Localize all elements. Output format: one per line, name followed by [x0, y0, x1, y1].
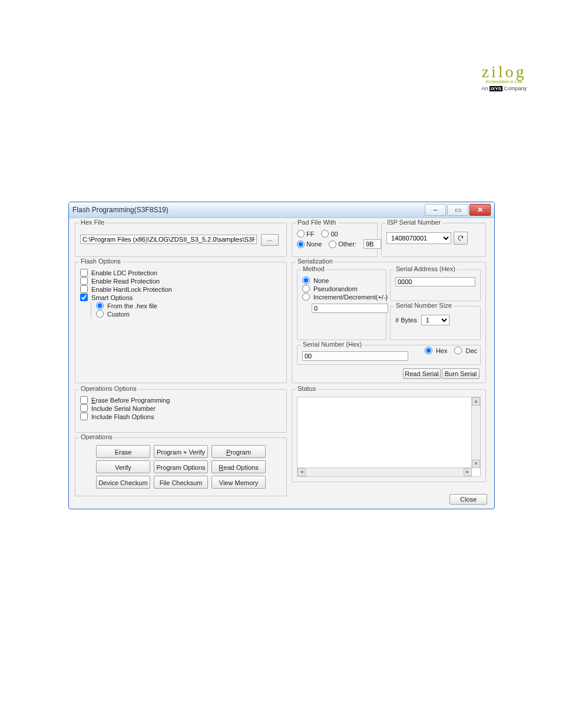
refresh-icon [457, 235, 464, 242]
smart-options-checkbox[interactable]: Smart Options [80, 294, 282, 301]
close-button[interactable]: Close [449, 494, 487, 505]
verify-button[interactable]: Verify [96, 460, 150, 473]
pad-other-radio[interactable]: Other: [329, 240, 356, 248]
status-vertical-scrollbar[interactable]: ▲ ▼ [471, 397, 480, 468]
serialization-group: Serialization Method None Pseudorandom I… [292, 262, 486, 383]
view-memory-button[interactable]: View Memory [211, 476, 266, 489]
brand-logo: zilog Embedded in Life An IXYS Company [481, 62, 527, 91]
serial-address-group: Serial Address (Hex) [390, 269, 481, 301]
serial-address-legend: Serial Address (Hex) [394, 265, 457, 272]
sn-size-label: # Bytes [395, 317, 417, 324]
pad-file-group: Pad File With FF 00 None Other: [292, 223, 378, 257]
method-group: Method None Pseudorandom Increment/Decre… [297, 269, 386, 340]
device-checksum-button[interactable]: Device Checkum [96, 476, 150, 489]
status-legend: Status [296, 385, 318, 392]
enable-read-checkbox[interactable]: Enable Read Protection [80, 277, 282, 285]
minimize-button[interactable]: – [425, 204, 446, 216]
file-checksum-button[interactable]: File Checksum [154, 476, 208, 489]
scroll-down-icon[interactable]: ▼ [472, 460, 480, 468]
method-incdec-radio[interactable]: Increment/Decrement(+/-) [302, 293, 381, 301]
status-group: Status ▲ ▼ ◄ ► [292, 389, 486, 482]
flash-options-group: Flash Options Enable LDC Protection Enab… [75, 262, 287, 383]
program-options-button[interactable]: Program Options [154, 460, 208, 473]
isp-legend: ISP Serial Number [385, 219, 442, 226]
hex-file-path-input[interactable] [80, 235, 257, 244]
operations-options-legend: Operations Options [79, 385, 138, 392]
sn-size-select[interactable]: 1 [421, 315, 449, 325]
method-pseudorandom-radio[interactable]: Pseudorandom [302, 285, 381, 292]
sn-format-dec-radio[interactable]: Dec [454, 347, 477, 354]
smart-custom-radio[interactable]: Custom [96, 310, 282, 318]
logo-subbrand: An IXYS Company [481, 85, 527, 91]
titlebar[interactable]: Flash Programming(S3F8S19) – ▭ ✕ [69, 202, 494, 218]
scroll-right-icon[interactable]: ► [464, 468, 472, 476]
smart-from-hex-radio[interactable]: From the .hex file [96, 302, 282, 309]
hex-file-legend: Hex File [79, 219, 106, 226]
enable-hardlock-checkbox[interactable]: Enable HardLock Protection [80, 285, 282, 293]
isp-serial-group: ISP Serial Number 1408070001 [381, 223, 486, 257]
sn-format-hex-radio[interactable]: Hex [425, 347, 448, 354]
operations-legend: Operations [79, 433, 114, 440]
pad-none-radio[interactable]: None [297, 240, 322, 248]
include-serial-checkbox[interactable]: Include Serial Number [80, 404, 282, 412]
program-button[interactable]: Program [211, 445, 266, 458]
close-window-button[interactable]: ✕ [470, 204, 491, 216]
logo-tagline: Embedded in Life [481, 79, 527, 84]
enable-ldc-checkbox[interactable]: Enable LDC Protection [80, 269, 282, 276]
operations-group: Operations Erase Program + Verify Progra… [75, 437, 287, 496]
read-serial-button[interactable]: Read Serial [403, 368, 441, 379]
erase-before-checkbox[interactable]: Erase Before Programming [80, 396, 282, 404]
status-horizontal-scrollbar[interactable]: ◄ ► [297, 467, 472, 476]
status-textarea[interactable]: ▲ ▼ ◄ ► [297, 397, 481, 477]
isp-serial-select[interactable]: 1408070001 [386, 232, 451, 244]
pad-other-input[interactable] [363, 239, 381, 249]
burn-serial-button[interactable]: Burn Serial [442, 368, 480, 379]
sn-size-legend: Serial Number Size [394, 302, 454, 309]
method-legend: Method [301, 265, 326, 272]
flash-options-legend: Flash Options [79, 258, 123, 265]
include-flash-options-checkbox[interactable]: Include Flash Options [80, 413, 282, 420]
pad-00-radio[interactable]: 00 [321, 230, 338, 238]
operations-options-group: Operations Options Erase Before Programm… [75, 389, 287, 433]
method-none-radio[interactable]: None [302, 276, 381, 284]
program-verify-button[interactable]: Program + Verify [154, 445, 208, 458]
scroll-left-icon[interactable]: ◄ [297, 468, 306, 476]
serialization-legend: Serialization [296, 258, 335, 265]
sn-hex-input[interactable] [302, 351, 408, 361]
sn-hex-legend: Serial Number (Hex) [301, 341, 363, 348]
window-title: Flash Programming(S3F8S19) [72, 206, 424, 214]
read-options-button[interactable]: Read Options [211, 460, 266, 473]
incdec-value-input[interactable] [312, 304, 388, 313]
pad-file-legend: Pad File With [296, 219, 338, 226]
hex-file-group: Hex File ... [75, 223, 287, 257]
erase-button[interactable]: Erase [96, 445, 150, 458]
browse-hex-button[interactable]: ... [261, 234, 279, 246]
scroll-up-icon[interactable]: ▲ [472, 397, 480, 406]
flash-programming-dialog: Flash Programming(S3F8S19) – ▭ ✕ Hex Fil… [68, 202, 495, 509]
serial-address-input[interactable] [395, 277, 475, 286]
pad-ff-radio[interactable]: FF [297, 230, 314, 238]
maximize-button[interactable]: ▭ [447, 204, 468, 216]
isp-refresh-button[interactable] [454, 232, 468, 245]
serial-number-size-group: Serial Number Size # Bytes 1 [390, 306, 481, 340]
